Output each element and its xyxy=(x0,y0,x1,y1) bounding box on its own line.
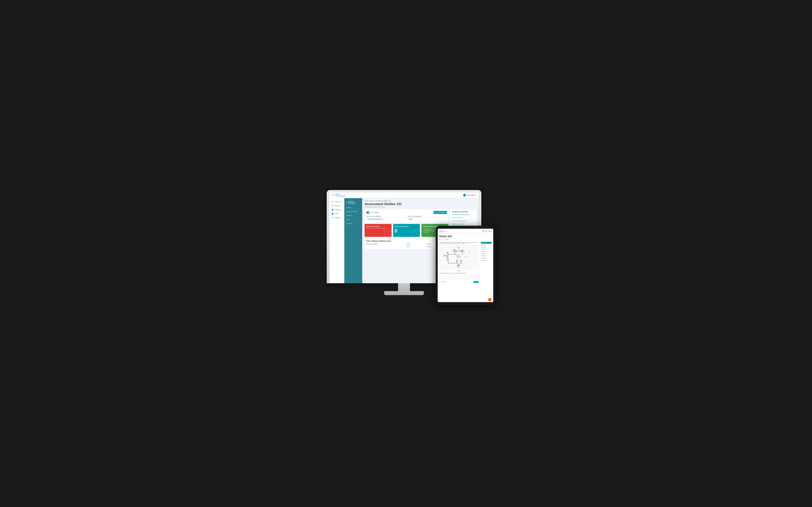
sidebar-item-settings[interactable]: ⚙ Settings xyxy=(329,216,344,220)
circuit-svg: VCC RC1 RC Q1 xyxy=(443,246,475,268)
next-button[interactable]: Next › xyxy=(474,281,479,283)
figure-caption: Figure 1.1 xyxy=(439,270,479,271)
svg-text:Q1: Q1 xyxy=(458,256,459,257)
svg-point-3 xyxy=(413,230,420,237)
svg-text:VCC: VCC xyxy=(457,247,460,248)
q-nav-7[interactable]: Question 7 xyxy=(481,255,492,257)
secondary-nav-question-bank[interactable]: Question Bank xyxy=(345,210,362,214)
shortcut-exam-sittings[interactable]: Exam sittings awaiting action xyxy=(452,214,475,216)
toggle-label: In Progress xyxy=(372,212,379,213)
q-nav-5[interactable]: Question 5 xyxy=(481,250,492,252)
q-nav-3[interactable]: Question 3 xyxy=(481,246,492,248)
toolbar-list[interactable]: ≡ xyxy=(444,239,445,240)
shortcuts-title: Dashboard shortcuts xyxy=(452,211,475,213)
top-nav: ☰ better examinations 👤 Jane Smith ▾ xyxy=(329,192,479,198)
answer-input-area[interactable] xyxy=(439,274,479,280)
course-code-input[interactable] xyxy=(408,217,447,221)
svg-text:R3: R3 xyxy=(460,260,461,261)
sidebar-item-label: Dashboard xyxy=(334,201,342,203)
toggle-switch[interactable]: In Progress xyxy=(366,211,379,214)
toolbar-sep: | xyxy=(443,239,443,240)
secondary-nav-exams[interactable]: Exams xyxy=(345,206,362,210)
svg-text:VEE: VEE xyxy=(457,267,460,268)
svg-rect-8 xyxy=(453,250,456,251)
user-avatar: 👤 xyxy=(463,194,466,196)
tablet-user[interactable]: 👤 Anna Smith ▾ xyxy=(483,230,492,232)
exam-toolbar: B I U | ≡ 🔗 🖼 xyxy=(439,239,492,241)
sidebar-item-dashboard[interactable]: ⊞ Dashboard xyxy=(329,200,344,204)
q-nav-8[interactable]: Question 8 xyxy=(481,257,492,259)
breadcrumb-courses[interactable]: Courses xyxy=(370,200,375,202)
monitor-base xyxy=(384,291,424,295)
table-row: BE101 Awaiting... xyxy=(366,246,447,247)
toolbar-italic[interactable]: I xyxy=(441,239,441,240)
save-button[interactable]: 💾 Save course xyxy=(434,211,447,214)
svg-line-5 xyxy=(417,234,418,235)
secondary-nav-title: Course Overview xyxy=(345,200,362,206)
page-title: Assessment Studies 101 xyxy=(365,202,476,206)
course-name-input[interactable] xyxy=(366,217,406,221)
cell-exam[interactable]: BE101 xyxy=(407,246,427,247)
breadcrumb-home[interactable]: Home xyxy=(365,200,368,202)
form-row: Course name (required) Course code (requ… xyxy=(366,216,447,221)
next-exam-card: Next exam sitting There are no upcoming … xyxy=(365,224,391,237)
breadcrumb-current: Assessment Studies 101 xyxy=(376,200,391,202)
tablet-user-icon: 👤 xyxy=(483,230,484,232)
sidebar-item-label: Settings xyxy=(334,217,340,218)
sidebar-item-courses[interactable]: 📋 Courses xyxy=(329,204,344,208)
user-area[interactable]: 👤 Jane Smith ▾ xyxy=(463,194,476,196)
sidebar-item-label: Students xyxy=(334,209,341,211)
q-nav-2[interactable]: Question 2 xyxy=(481,244,492,246)
circuit-diagram: VCC RC1 RC Q1 xyxy=(439,245,479,269)
shortcut-question-info[interactable]: Question information xyxy=(452,223,475,226)
dropdown-icon[interactable]: ▾ xyxy=(476,194,476,196)
svg-rect-18 xyxy=(456,261,458,264)
svg-rect-16 xyxy=(447,257,448,261)
answer-area: Calculate the ratio factor r, for the sm… xyxy=(439,272,479,283)
answer-prompt: Calculate the ratio factor r, for the sm… xyxy=(439,273,479,274)
shortcut-users-students[interactable]: Users & students xyxy=(452,217,475,219)
toolbar-bold[interactable]: B xyxy=(439,239,440,240)
sidebar: ⊞ Dashboard 📋 Courses 👤 Students xyxy=(329,198,345,283)
toggle-track[interactable] xyxy=(366,211,371,214)
notification-dot[interactable]: ! xyxy=(488,298,492,301)
svg-text:RC: RC xyxy=(462,249,463,250)
next-exam-subtitle: There are no upcoming exam sittings xyxy=(366,228,390,229)
svg-rect-10 xyxy=(460,250,464,251)
q-nav-1[interactable]: Question 1 xyxy=(481,242,492,244)
form-section: In Progress 💾 Save course xyxy=(365,209,448,222)
clock-icon-teal xyxy=(412,229,420,237)
shortcut-exams-awaiting[interactable]: Exams awaiting action xyxy=(452,220,475,223)
exam-layout: Calculate the power factor R₁ for the sm… xyxy=(439,242,492,297)
secondary-nav-users[interactable]: Users xyxy=(345,218,362,222)
tablet-nav: better examinations 👤 Anna Smith ▾ xyxy=(438,229,493,233)
secondary-nav-rubrics[interactable]: Rubrics xyxy=(345,214,362,218)
hamburger-icon[interactable]: ☰ xyxy=(332,194,334,196)
exam-main-col: Calculate the power factor R₁ for the sm… xyxy=(439,242,479,297)
save-icon: 💾 xyxy=(435,212,437,213)
clock-icon-red xyxy=(384,229,391,237)
tablet: better examinations 👤 Anna Smith ▾ Exam … xyxy=(436,226,495,305)
users-icon: 👥 xyxy=(331,213,333,215)
q-nav-6[interactable]: Question 6 xyxy=(481,253,492,255)
svg-text:C2: C2 xyxy=(469,251,470,252)
save-label: Save course xyxy=(438,212,445,213)
breadcrumb: Home / Courses / Assessment Studies 101 xyxy=(365,200,476,202)
secondary-nav-students[interactable]: Students xyxy=(345,222,362,226)
svg-line-2 xyxy=(388,234,390,235)
next-exam-title: Next exam sitting xyxy=(366,226,390,227)
toolbar-image[interactable]: 🖼 xyxy=(447,239,448,240)
toolbar-link[interactable]: 🔗 xyxy=(445,239,447,240)
col-header-exam: Exam xyxy=(407,243,427,244)
svg-text:R1: R1 xyxy=(447,252,448,253)
notification-icon: ! xyxy=(490,299,490,301)
toolbar-underline[interactable]: U xyxy=(442,239,442,240)
monitor-neck xyxy=(398,283,410,291)
sidebar-item-students[interactable]: 👤 Students xyxy=(329,208,344,212)
sidebar-item-users[interactable]: 👥 Users xyxy=(329,212,344,216)
svg-text:RE: RE xyxy=(456,260,457,261)
q-nav-9[interactable]: Question 9 xyxy=(481,259,492,261)
students-icon: 👤 xyxy=(331,209,333,211)
q-nav-4[interactable]: Question 4 xyxy=(481,248,492,250)
cell-description xyxy=(366,246,407,247)
